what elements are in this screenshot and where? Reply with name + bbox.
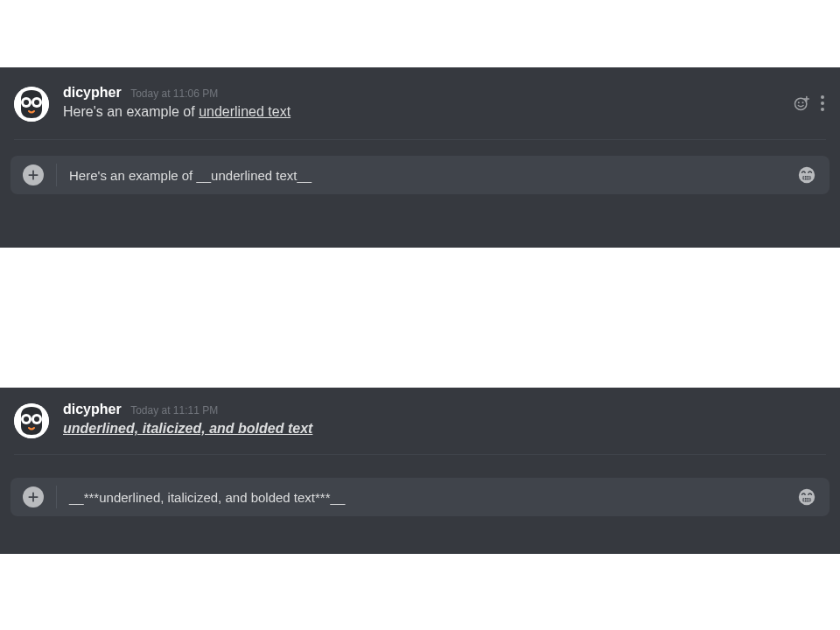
svg-point-22 (34, 416, 39, 422)
message-content: dicypher Today at 11:06 PM Here's an exa… (63, 85, 826, 122)
message-header: dicypher Today at 11:06 PM (63, 85, 826, 101)
add-reaction-icon (793, 94, 810, 112)
grimace-icon (797, 487, 816, 507)
attach-button[interactable] (23, 164, 44, 186)
avatar[interactable] (14, 403, 49, 438)
add-reaction-button[interactable] (793, 94, 810, 112)
svg-point-25 (799, 489, 815, 505)
plus-icon (27, 491, 39, 503)
svg-point-12 (799, 167, 815, 183)
message: dicypher Today at 11:11 PM underlined, i… (0, 388, 840, 454)
attach-button[interactable] (23, 486, 44, 508)
more-actions-button[interactable] (821, 94, 824, 112)
timestamp: Today at 11:11 PM (130, 404, 218, 416)
message-header: dicypher Today at 11:11 PM (63, 402, 826, 417)
message-text-prefix: Here's an example of (63, 104, 199, 119)
svg-point-6 (798, 102, 800, 103)
message-text-styled: underlined, italicized, and bolded text (63, 421, 312, 436)
avatar-icon (14, 403, 49, 438)
username[interactable]: dicypher (63, 85, 122, 100)
emoji-picker-button[interactable] (796, 164, 817, 186)
svg-point-3 (24, 100, 29, 105)
chat-panel-1: dicypher Today at 11:06 PM Here's an exa… (0, 67, 840, 248)
message-hover-actions (793, 94, 824, 112)
svg-point-4 (34, 100, 39, 105)
message-input-container: __***underlined, italicized, and bolded … (10, 478, 830, 516)
message-text-underlined: underlined text (199, 104, 290, 119)
message: dicypher Today at 11:06 PM Here's an exa… (0, 67, 840, 139)
divider (14, 454, 826, 455)
message-content: dicypher Today at 11:11 PM underlined, i… (63, 402, 826, 438)
svg-point-21 (24, 416, 29, 422)
timestamp: Today at 11:06 PM (130, 88, 218, 100)
divider (14, 139, 826, 140)
svg-point-5 (795, 98, 807, 109)
avatar-icon (14, 87, 49, 122)
grimace-icon (797, 165, 816, 185)
chat-panel-2: dicypher Today at 11:11 PM underlined, i… (0, 388, 840, 554)
message-body: underlined, italicized, and bolded text (63, 419, 826, 438)
input-divider (56, 164, 57, 186)
message-input-container: Here's an example of __underlined text__ (10, 156, 830, 194)
svg-point-7 (802, 102, 804, 103)
more-icon (821, 95, 824, 99)
emoji-picker-button[interactable] (796, 486, 817, 508)
message-body: Here's an example of underlined text (63, 102, 826, 122)
input-divider (56, 486, 57, 508)
plus-icon (27, 169, 39, 181)
avatar[interactable] (14, 87, 49, 122)
message-input[interactable]: Here's an example of __underlined text__ (69, 169, 796, 182)
username[interactable]: dicypher (63, 402, 122, 416)
message-input[interactable]: __***underlined, italicized, and bolded … (69, 491, 796, 504)
